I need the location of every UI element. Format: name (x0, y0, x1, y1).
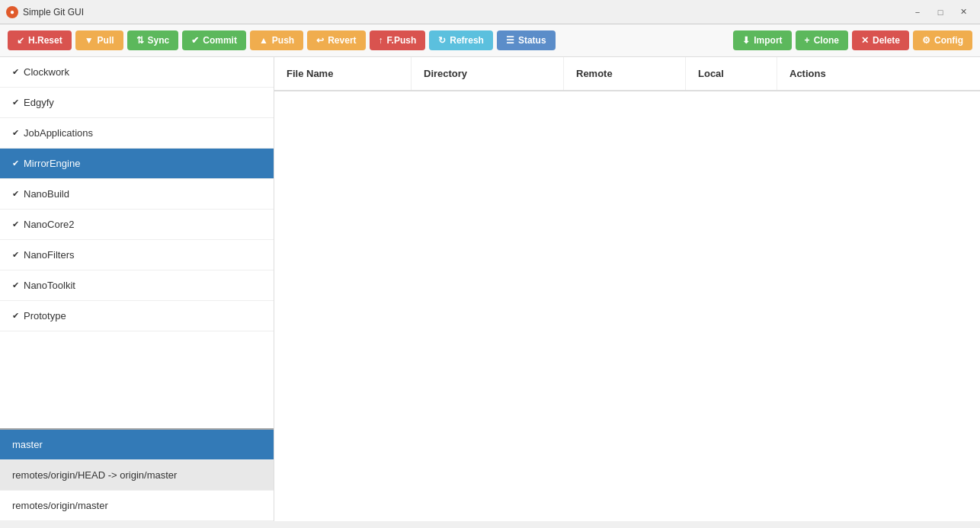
check-icon: ✔ (12, 158, 19, 168)
sync-button[interactable]: ⇅Sync (127, 30, 179, 50)
header-directory: Directory (412, 57, 564, 90)
branch-label: master (12, 439, 43, 450)
sidebar-item-jobapplications[interactable]: ✔ JobApplications (0, 118, 274, 149)
import-icon: ⬇ (742, 35, 750, 46)
status-icon: ☰ (506, 35, 514, 46)
push-button[interactable]: ▲Push (250, 30, 303, 50)
hreset-button[interactable]: ↙H.Reset (8, 30, 72, 50)
file-panel: File NameDirectoryRemoteLocalActions (274, 57, 980, 521)
window-controls: − □ ✕ (907, 4, 974, 21)
sidebar-item-nanotoolkit[interactable]: ✔ NanoToolkit (0, 270, 274, 301)
repo-label: JobApplications (24, 127, 93, 139)
sidebar-item-edgyfy[interactable]: ✔ Edgyfy (0, 88, 274, 118)
pull-icon: ▼ (85, 35, 94, 46)
toolbar: ↙H.Reset▼Pull⇅Sync✔Commit▲Push↩Revert↑F.… (0, 24, 980, 57)
revert-icon: ↩ (316, 35, 324, 46)
revert-button[interactable]: ↩Revert (307, 30, 365, 50)
sidebar-item-nanobuild[interactable]: ✔ NanoBuild (0, 179, 274, 210)
check-icon: ✔ (12, 189, 19, 199)
check-icon: ✔ (12, 67, 19, 77)
header-actions: Actions (777, 57, 980, 90)
fpush-icon: ↑ (379, 35, 383, 46)
sidebar-item-nanocore2[interactable]: ✔ NanoCore2 (0, 210, 274, 240)
status-button[interactable]: ☰Status (497, 30, 556, 50)
fpush-button[interactable]: ↑F.Push (370, 30, 426, 50)
commit-button[interactable]: ✔Commit (182, 30, 246, 50)
maximize-button[interactable]: □ (930, 4, 951, 21)
check-icon: ✔ (12, 250, 19, 260)
repo-label: NanoBuild (24, 188, 69, 200)
config-icon: ⚙ (922, 35, 930, 46)
check-icon: ✔ (12, 98, 19, 107)
branch-label: remotes/origin/master (12, 500, 108, 511)
hreset-icon: ↙ (17, 35, 24, 46)
delete-button[interactable]: ✕Delete (852, 30, 909, 50)
commit-icon: ✔ (191, 35, 199, 46)
minimize-button[interactable]: − (907, 4, 928, 21)
repo-label: NanoCore2 (24, 219, 75, 230)
file-table-body (274, 91, 980, 521)
window-title: Simple Git GUI (23, 7, 907, 18)
main-content: ✔ Clockwork ✔ Edgyfy ✔ JobApplications ✔… (0, 57, 980, 521)
app-icon: ● (6, 6, 18, 18)
check-icon: ✔ (12, 311, 19, 321)
sync-icon: ⇅ (136, 35, 144, 46)
import-button[interactable]: ⬇Import (733, 30, 791, 50)
delete-icon: ✕ (861, 35, 869, 46)
header-local: Local (686, 57, 777, 90)
repo-label: Prototype (24, 310, 66, 322)
sidebar-repos[interactable]: ✔ Clockwork ✔ Edgyfy ✔ JobApplications ✔… (0, 57, 274, 430)
repo-label: MirrorEngine (24, 158, 80, 169)
sidebar-branches[interactable]: masterremotes/origin/HEAD -> origin/mast… (0, 430, 274, 521)
repo-label: NanoFilters (24, 249, 74, 261)
sidebar-item-clockwork[interactable]: ✔ Clockwork (0, 57, 274, 88)
title-bar: ● Simple Git GUI − □ ✕ (0, 0, 980, 24)
refresh-icon: ↻ (438, 35, 446, 46)
push-icon: ▲ (259, 35, 268, 46)
check-icon: ✔ (12, 128, 19, 138)
check-icon: ✔ (12, 219, 19, 229)
config-button[interactable]: ⚙Config (913, 30, 972, 50)
toolbar-left: ↙H.Reset▼Pull⇅Sync✔Commit▲Push↩Revert↑F.… (8, 30, 729, 50)
clone-button[interactable]: +Clone (796, 30, 848, 50)
toolbar-right: ⬇Import+Clone✕Delete⚙Config (733, 30, 972, 50)
header-filename: File Name (274, 57, 412, 90)
sidebar-item-mirrorengine[interactable]: ✔ MirrorEngine (0, 149, 274, 179)
check-icon: ✔ (12, 280, 19, 290)
sidebar-item-prototype[interactable]: ✔ Prototype (0, 301, 274, 331)
close-button[interactable]: ✕ (953, 4, 974, 21)
branch-item-master[interactable]: master (0, 430, 274, 460)
clone-icon: + (805, 35, 810, 46)
sidebar-item-nanofilters[interactable]: ✔ NanoFilters (0, 240, 274, 270)
file-table-header: File NameDirectoryRemoteLocalActions (274, 57, 980, 91)
repo-label: Edgyfy (24, 97, 54, 108)
header-remote: Remote (564, 57, 686, 90)
repo-label: NanoToolkit (24, 280, 75, 291)
repo-label: Clockwork (24, 66, 69, 78)
refresh-button[interactable]: ↻Refresh (429, 30, 493, 50)
branch-label: remotes/origin/HEAD -> origin/master (12, 469, 177, 481)
branch-item-remotes-origin-head[interactable]: remotes/origin/HEAD -> origin/master (0, 460, 274, 491)
sidebar: ✔ Clockwork ✔ Edgyfy ✔ JobApplications ✔… (0, 57, 274, 521)
branch-item-remotes-origin-master[interactable]: remotes/origin/master (0, 491, 274, 521)
pull-button[interactable]: ▼Pull (75, 30, 123, 50)
